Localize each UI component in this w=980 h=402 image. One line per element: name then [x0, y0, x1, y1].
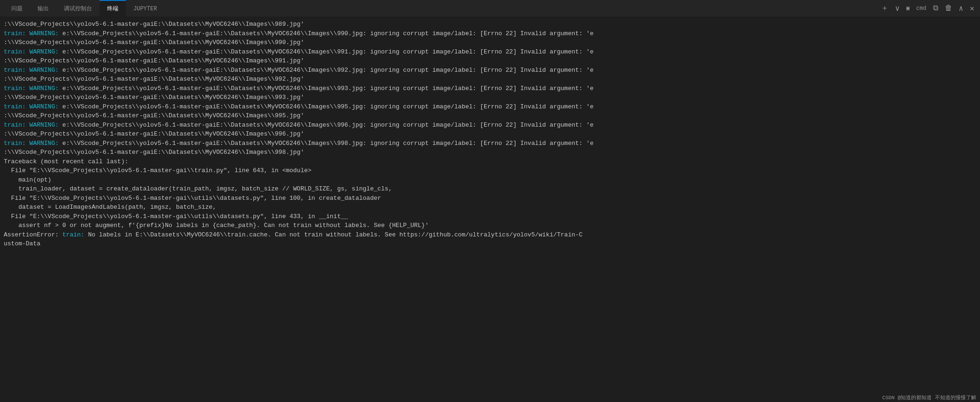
maximize-panel-button[interactable]: ∧ [957, 3, 965, 14]
tab-bar: 问题 输出 调试控制台 终端 JUPYTER ＋ ∨ ▣ cmd ⧉ 🗑 ∧ ✕ [0, 0, 980, 17]
terminal-line: assert nf > 0 or not augment, f'{prefix}… [4, 221, 976, 230]
new-terminal-button[interactable]: ＋ [879, 2, 890, 14]
terminal-line: train: WARNING: e:\\VScode_Projects\\yol… [4, 66, 976, 75]
bottom-bar: CSDN @知道的都知道 不知道的慢慢了解 [879, 393, 980, 402]
terminal-line: File "E:\\VScode_Projects\\yolov5-6.1-ma… [4, 166, 976, 175]
cmd-label[interactable]: cmd [914, 4, 928, 13]
terminal-line: dataset = LoadImagesAndLabels(path, imgs… [4, 203, 976, 212]
terminal-line: train: WARNING: e:\\VScode_Projects\\yol… [4, 102, 976, 112]
tab-output[interactable]: 输出 [30, 0, 56, 17]
terminal-line: File "E:\\VScode_Projects\\yolov5-6.1-ma… [4, 194, 976, 203]
terminal-line: :\\VScode_Projects\\yolov5-6.1-master-ga… [4, 148, 976, 157]
terminal-line: :\\VScode_Projects\\yolov5-6.1-master-ga… [4, 20, 976, 29]
terminal-line: ustom-Data [4, 239, 976, 249]
terminal-line: :\\VScode_Projects\\yolov5-6.1-master-ga… [4, 129, 976, 139]
terminal-line: :\\VScode_Projects\\yolov5-6.1-master-ga… [4, 75, 976, 84]
terminal-line: :\\VScode_Projects\\yolov5-6.1-master-ga… [4, 38, 976, 47]
terminal-line: train_loader, dataset = create_dataloade… [4, 184, 976, 194]
kill-terminal-button[interactable]: 🗑 [943, 3, 954, 14]
terminal-line: :\\VScode_Projects\\yolov5-6.1-master-ga… [4, 56, 976, 66]
terminal-line: File "E:\\VScode_Projects\\yolov5-6.1-ma… [4, 212, 976, 221]
tab-issues[interactable]: 问题 [4, 0, 30, 17]
terminal-line: :\\VScode_Projects\\yolov5-6.1-master-ga… [4, 93, 976, 102]
tab-actions: ＋ ∨ ▣ cmd ⧉ 🗑 ∧ ✕ [879, 2, 976, 14]
close-panel-button[interactable]: ✕ [968, 3, 976, 14]
terminal-icon: ▣ [904, 4, 911, 13]
tab-terminal[interactable]: 终端 [100, 0, 126, 17]
terminal-line: train: WARNING: e:\\VScode_Projects\\yol… [4, 139, 976, 148]
terminal-line: train: WARNING: e:\\VScode_Projects\\yol… [4, 47, 976, 57]
terminal-line: train: WARNING: e:\\VScode_Projects\\yol… [4, 84, 976, 93]
terminal-dropdown-button[interactable]: ∨ [893, 3, 902, 14]
terminal-line: main(opt) [4, 175, 976, 185]
tab-debug-console[interactable]: 调试控制台 [56, 0, 100, 17]
tab-jupyter[interactable]: JUPYTER [126, 0, 164, 17]
terminal-line: train: WARNING: e:\\VScode_Projects\\yol… [4, 29, 976, 38]
terminal-line: :\\VScode_Projects\\yolov5-6.1-master-ga… [4, 111, 976, 121]
terminal-line: train: WARNING: e:\\VScode_Projects\\yol… [4, 121, 976, 130]
terminal-line: Traceback (most recent call last): [4, 157, 976, 167]
split-terminal-button[interactable]: ⧉ [931, 3, 940, 14]
terminal-line: AssertionError: train: No labels in E:\\… [4, 230, 976, 240]
bottom-bar-text: CSDN @知道的都知道 不知道的慢慢了解 [882, 394, 976, 401]
terminal-output[interactable]: :\\VScode_Projects\\yolov5-6.1-master-ga… [0, 17, 980, 402]
